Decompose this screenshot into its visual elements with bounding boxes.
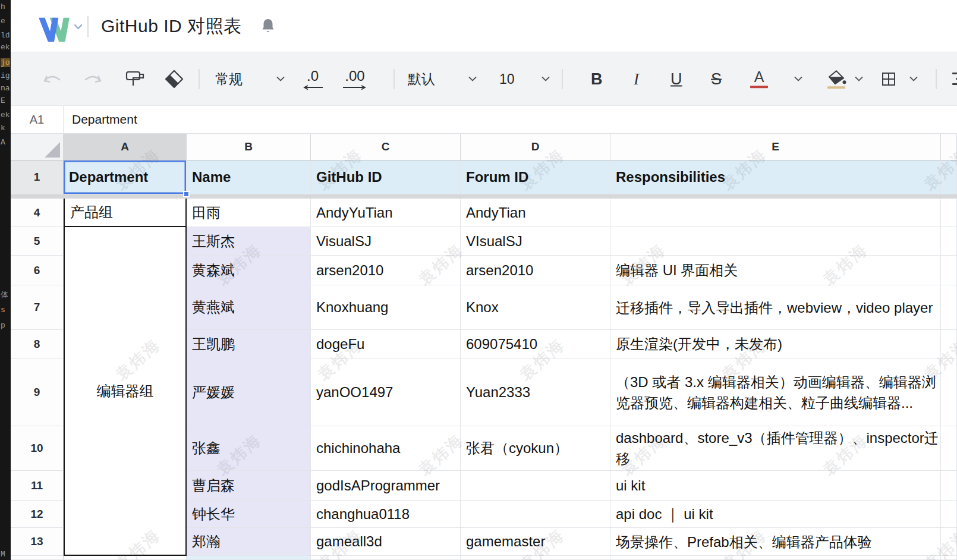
- cell-f12[interactable]: [941, 501, 957, 528]
- cell-c5[interactable]: VisualSJ: [311, 227, 461, 256]
- strikethrough-button[interactable]: S: [711, 70, 722, 88]
- app-logo-icon[interactable]: [37, 15, 71, 44]
- cell-e5[interactable]: [610, 227, 941, 256]
- cell-c9[interactable]: yanOO1497: [311, 358, 461, 426]
- cell-b5[interactable]: 王斯杰: [187, 227, 311, 256]
- notification-bell-icon[interactable]: [260, 17, 276, 35]
- cell-d4[interactable]: AndyTian: [461, 199, 610, 227]
- cell-c10[interactable]: chichinohaha: [311, 426, 461, 471]
- row-header-7[interactable]: 7: [11, 285, 64, 330]
- cell-b12[interactable]: 钟长华: [187, 501, 311, 528]
- row-header-4[interactable]: 4: [11, 199, 64, 227]
- row-header-12[interactable]: 12: [11, 501, 64, 528]
- row-header-11[interactable]: 11: [11, 471, 64, 501]
- cell-e7[interactable]: 迁移插件，导入导出插件，webview，video player: [610, 285, 941, 330]
- cell-d6[interactable]: arsen2010: [461, 256, 610, 285]
- cell-b8[interactable]: 王凯鹏: [187, 330, 311, 358]
- cell-b11[interactable]: 曹启森: [187, 471, 311, 501]
- cell-b13[interactable]: 郑瀚: [187, 528, 311, 556]
- cell-e14-partial[interactable]: [610, 556, 941, 560]
- row-header-5[interactable]: 5: [11, 227, 64, 256]
- font-size-dropdown[interactable]: 10: [499, 71, 515, 87]
- font-family-dropdown[interactable]: 默认: [408, 70, 435, 88]
- cell-c8[interactable]: dogeFu: [311, 330, 461, 358]
- cell-f7[interactable]: [941, 285, 957, 330]
- eraser-button[interactable]: [164, 69, 184, 89]
- cell-b7[interactable]: 黄燕斌: [187, 285, 311, 330]
- fill-color-chevron-down-icon[interactable]: [855, 76, 863, 81]
- row-header-6[interactable]: 6: [11, 256, 64, 285]
- cell-f11[interactable]: [941, 471, 957, 501]
- column-header-d[interactable]: D: [461, 134, 610, 161]
- column-header-e[interactable]: E: [610, 134, 941, 161]
- borders-button[interactable]: [881, 71, 896, 87]
- cell-e6[interactable]: 编辑器 UI 界面相关: [610, 256, 941, 285]
- cell-d7[interactable]: Knox: [461, 285, 610, 330]
- cell-a4[interactable]: 产品组: [64, 199, 187, 227]
- cell-a5-a13-merged[interactable]: 编辑器组: [64, 227, 187, 556]
- bold-button[interactable]: B: [591, 70, 603, 88]
- cell-f8[interactable]: [941, 330, 957, 358]
- cell-reference-box[interactable]: A1: [11, 106, 64, 133]
- cell-e8[interactable]: 原生渲染(开发中，未发布): [610, 330, 941, 358]
- cell-d14-partial[interactable]: [461, 556, 610, 560]
- cell-a14-partial[interactable]: [64, 556, 187, 560]
- cell-e9[interactable]: （3D 或者 3.x 编辑器相关）动画编辑器、编辑器浏览器预览、编辑器构建相关、…: [610, 358, 941, 426]
- document-title[interactable]: GitHub ID 对照表: [101, 14, 242, 39]
- font-color-button[interactable]: A: [750, 70, 768, 89]
- cell-b10[interactable]: 张鑫: [187, 426, 311, 471]
- cell-e11[interactable]: ui kit: [610, 471, 941, 501]
- cell-f10[interactable]: [941, 426, 957, 471]
- column-header-f-partial[interactable]: [941, 134, 957, 161]
- cell-d11[interactable]: [461, 471, 610, 501]
- cell-c11[interactable]: godIsAProgrammer: [311, 471, 461, 501]
- cell-b9[interactable]: 严媛媛: [187, 358, 311, 426]
- selection-fill-handle[interactable]: [183, 191, 190, 197]
- cell-f9[interactable]: [941, 358, 957, 426]
- column-header-a[interactable]: A: [64, 134, 187, 161]
- cell-f5[interactable]: [941, 227, 957, 256]
- cell-c1[interactable]: GitHub ID: [311, 161, 461, 194]
- cell-e1[interactable]: Responsibilities: [610, 161, 941, 194]
- cell-e4[interactable]: [610, 199, 941, 227]
- formula-input[interactable]: Department: [72, 106, 137, 133]
- cell-f4[interactable]: [941, 199, 957, 227]
- italic-button[interactable]: I: [634, 70, 639, 88]
- number-format-chevron-down-icon[interactable]: [276, 76, 285, 81]
- cell-d13[interactable]: gamemaster: [461, 528, 610, 556]
- format-painter-button[interactable]: [125, 69, 146, 89]
- cell-e12[interactable]: api doc ｜ ui kit: [610, 501, 941, 528]
- cell-d1[interactable]: Forum ID: [461, 161, 610, 194]
- undo-button[interactable]: [42, 72, 63, 86]
- row-header-9[interactable]: 9: [11, 358, 64, 426]
- cell-e10[interactable]: dashboard、store_v3（插件管理器）、inspector迁移: [610, 426, 941, 471]
- row-header-14-partial[interactable]: [11, 556, 64, 560]
- underline-button[interactable]: U: [670, 70, 682, 88]
- select-all-corner[interactable]: [11, 134, 64, 161]
- font-family-chevron-down-icon[interactable]: [468, 76, 477, 81]
- row-header-10[interactable]: 10: [11, 426, 64, 471]
- cell-d12[interactable]: [461, 501, 610, 528]
- column-header-c[interactable]: C: [311, 134, 461, 161]
- font-color-chevron-down-icon[interactable]: [794, 76, 802, 81]
- row-header-8[interactable]: 8: [11, 330, 64, 358]
- row-header-13[interactable]: 13: [11, 528, 64, 556]
- fill-color-button[interactable]: [826, 69, 846, 89]
- cell-c7[interactable]: Knoxhuang: [311, 285, 461, 330]
- cell-b6[interactable]: 黄森斌: [187, 256, 311, 285]
- cell-f13[interactable]: [941, 528, 957, 556]
- hidden-rows-band[interactable]: [11, 194, 957, 199]
- cell-f14-partial[interactable]: [941, 556, 957, 560]
- app-menu-chevron-down-icon[interactable]: [74, 24, 83, 30]
- font-size-chevron-down-icon[interactable]: [542, 76, 550, 81]
- increase-decimal-button[interactable]: .00: [341, 68, 369, 90]
- cell-a1-selected[interactable]: Department: [64, 161, 187, 194]
- decrease-decimal-button[interactable]: .0: [301, 68, 325, 90]
- column-header-b[interactable]: B: [187, 134, 311, 161]
- cell-d10[interactable]: 张君（cyokun）: [461, 426, 610, 471]
- cell-b4[interactable]: 田雨: [187, 199, 311, 227]
- cell-c13[interactable]: gameall3d: [311, 528, 461, 556]
- cell-c4[interactable]: AndyYuTian: [311, 199, 461, 227]
- borders-chevron-down-icon[interactable]: [909, 76, 918, 81]
- cell-e13[interactable]: 场景操作、Prefab相关、编辑器产品体验: [610, 528, 941, 556]
